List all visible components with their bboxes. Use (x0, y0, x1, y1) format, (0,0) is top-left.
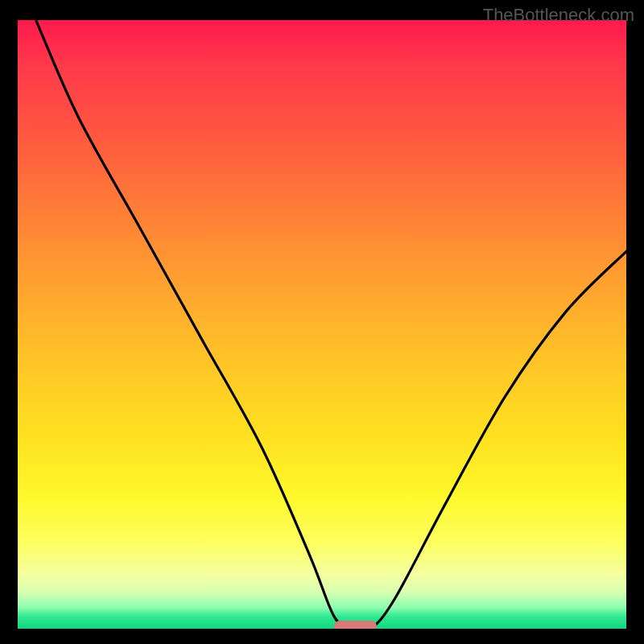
chart-frame (0, 0, 644, 644)
plot-area (18, 20, 626, 629)
optimal-range-marker (334, 621, 377, 629)
bottleneck-curve (18, 20, 626, 629)
watermark-text: TheBottleneck.com (483, 5, 634, 26)
